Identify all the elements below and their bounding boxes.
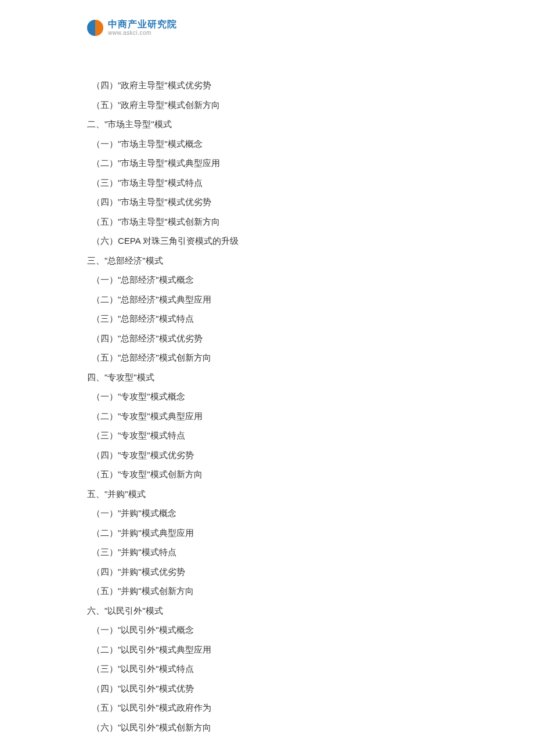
toc-line: 二、"市场主导型"模式 — [87, 114, 447, 134]
toc-line: （二）"并购"模式典型应用 — [87, 523, 447, 543]
toc-line: （一）"专攻型"模式概念 — [87, 387, 447, 406]
toc-line: （一）"并购"模式概念 — [87, 503, 447, 523]
toc-line: （六）CEPA 对珠三角引资模式的升级 — [87, 231, 447, 251]
toc-line: （四）"专攻型"模式优劣势 — [87, 445, 447, 465]
toc-line: （五）"总部经济"模式创新方向 — [87, 348, 447, 368]
toc-line: （三）"专攻型"模式特点 — [87, 426, 447, 445]
toc-line: （五）"市场主导型"模式创新方向 — [87, 212, 447, 232]
toc-line: （一）"总部经济"模式概念 — [87, 270, 447, 290]
logo-icon — [87, 20, 103, 36]
toc-line: （三）"以民引外"模式特点 — [87, 659, 447, 679]
toc-line: 六、"以民引外"模式 — [87, 601, 447, 621]
toc-line: （二）"总部经济"模式典型应用 — [87, 290, 447, 309]
toc-line: （六）"以民引外"模式创新方向 — [87, 718, 447, 737]
logo: 中商产业研究院 www.askci.com — [87, 20, 177, 36]
toc-line: （四）"市场主导型"模式优劣势 — [87, 192, 447, 212]
toc-line: （一）"市场主导型"模式概念 — [87, 134, 447, 154]
toc-line: （四）"政府主导型"模式优劣势 — [87, 75, 447, 95]
toc-line: （五）"专攻型"模式创新方向 — [87, 465, 447, 484]
toc-line: 五、"并购"模式 — [87, 484, 447, 504]
toc-line: （五）"政府主导型"模式创新方向 — [87, 95, 447, 115]
toc-line: （三）"并购"模式特点 — [87, 542, 447, 562]
toc-line: 四、"专攻型"模式 — [87, 368, 447, 387]
toc-line: （三）"总部经济"模式特点 — [87, 309, 447, 329]
toc-line: （五）"以民引外"模式政府作为 — [87, 698, 447, 718]
logo-cn-text: 中商产业研究院 — [108, 20, 177, 29]
toc-line: （三）"市场主导型"模式特点 — [87, 173, 447, 193]
logo-url-text: www.askci.com — [108, 30, 177, 36]
toc-content: （四）"政府主导型"模式优劣势（五）"政府主导型"模式创新方向二、"市场主导型"… — [87, 75, 447, 737]
toc-line: （二）"专攻型"模式典型应用 — [87, 406, 447, 426]
toc-line: （一）"以民引外"模式概念 — [87, 620, 447, 640]
toc-line: （四）"并购"模式优劣势 — [87, 562, 447, 582]
toc-line: （二）"市场主导型"模式典型应用 — [87, 153, 447, 173]
toc-line: （二）"以民引外"模式典型应用 — [87, 640, 447, 660]
toc-line: （五）"并购"模式创新方向 — [87, 581, 447, 601]
toc-line: （四）"以民引外"模式优势 — [87, 679, 447, 699]
toc-line: （四）"总部经济"模式优劣势 — [87, 329, 447, 348]
toc-line: 三、"总部经济"模式 — [87, 251, 447, 271]
